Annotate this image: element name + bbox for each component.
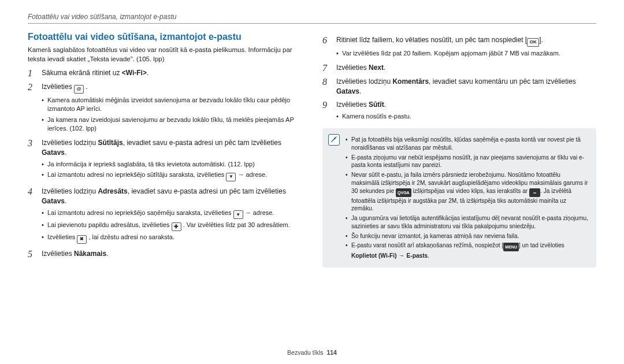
share-rec-icon: ∞ (529, 188, 540, 197)
step-text: Izvēlieties lodziņu Sūtītājs, ievadiet s… (42, 138, 302, 158)
note-item: Nevar sūtīt e-pastu, ja faila izmērs pār… (346, 171, 589, 213)
step-text: Izvēlieties Sūtīt. (336, 100, 596, 110)
numbered-step: 8Izvēlieties lodziņu Komentārs, ievadiet… (322, 77, 596, 96)
step-text: Izvēlieties lodziņu Komentārs, ievadiet … (336, 77, 596, 96)
down-arrow-icon (233, 210, 243, 219)
step-body: Izvēlieties lodziņu Komentārs, ievadiet … (336, 77, 596, 96)
numbered-step: 7Izvēlieties Next. (322, 63, 596, 73)
numbered-step: 4Izvēlieties lodziņu Adresāts, ievadiet … (28, 187, 302, 246)
plus-icon (172, 222, 181, 231)
arrow-right-icon (398, 252, 406, 259)
step-body: Ritiniet līdz failiem, ko vēlaties nosūt… (336, 35, 596, 60)
step-number: 3 (28, 138, 37, 183)
step-sublist-item: Ja informācija ir iepriekš saglabāta, tā… (42, 160, 302, 169)
right-steps: 6Ritiniet līdz failiem, ko vēlaties nosū… (322, 35, 596, 122)
step-sublist: Var izvēlēties līdz pat 20 failiem. Kopē… (336, 49, 596, 58)
document-page: Fotoattēlu vai video sūtīšana, izmantojo… (0, 0, 624, 364)
step-text: Izvēlieties Next. (336, 63, 596, 73)
step-sublist-item: Ja kamera nav izveidojusi savienojumu ar… (42, 116, 302, 133)
step-sublist-item: Var izvēlēties līdz pat 20 failiem. Kopē… (336, 49, 596, 58)
numbered-step: 1Sākuma ekrānā ritiniet uz <Wi-Fi>. (28, 68, 302, 79)
email-app-icon: @ (74, 85, 84, 94)
step-text: Izvēlieties lodziņu Adresāts, ievadiet s… (42, 187, 302, 206)
step-sublist-item: Lai izmantotu adresi no iepriekšējo saņē… (42, 209, 302, 220)
step-number: 1 (28, 68, 37, 79)
menu-icon: MENU (503, 243, 519, 251)
note-item: Ja ugunsmūra vai lietotāja autentifikāci… (346, 214, 589, 231)
step-number: 9 (322, 100, 332, 122)
down-arrow-icon (226, 173, 236, 181)
step-number: 5 (28, 249, 37, 259)
step-sublist: Lai izmantotu adresi no iepriekšējo saņē… (42, 209, 302, 244)
note-icon (328, 134, 340, 146)
step-sublist: Kamera nosūtīs e-pastu. (336, 112, 596, 121)
right-column: 6Ritiniet līdz failiem, ko vēlaties nosū… (322, 32, 596, 268)
step-body: Izvēlieties Next. (336, 63, 596, 73)
intro-paragraph: Kamerā saglabātos fotoattēlus vai video … (28, 46, 302, 64)
running-header: Fotoattēlu vai video sūtīšana, izmantojo… (28, 13, 596, 24)
qvga-icon: QVGA (396, 188, 411, 197)
numbered-step: 2Izvēlieties @ .Kamera automātiski mēģin… (28, 82, 302, 135)
step-body: Izvēlieties lodziņu Adresāts, ievadiet s… (42, 187, 302, 246)
step-body: Izvēlieties Nākamais. (42, 249, 302, 259)
note-item: E-pasta ziņojumu var nebūt iespējams nos… (346, 154, 589, 170)
numbered-step: 9Izvēlieties Sūtīt.Kamera nosūtīs e-past… (322, 100, 596, 122)
numbered-step: 6Ritiniet līdz failiem, ko vēlaties nosū… (322, 35, 596, 60)
svg-point-0 (335, 138, 335, 139)
step-number: 6 (322, 35, 332, 60)
footer-section: Bezvadu tīkls (287, 349, 323, 356)
step-body: Izvēlieties lodziņu Sūtītājs, ievadiet s… (42, 138, 302, 183)
step-number: 7 (322, 63, 332, 73)
left-column: Fotoattēlu vai video sūtīšana, izmantojo… (28, 32, 302, 268)
numbered-step: 5Izvēlieties Nākamais. (28, 249, 302, 259)
step-sublist-item: Lai izmantotu adresi no iepriekšējo sūtī… (42, 170, 302, 181)
numbered-step: 3Izvēlieties lodziņu Sūtītājs, ievadiet … (28, 138, 302, 183)
note-item: Šo funkciju nevar izmantot, ja kameras a… (346, 232, 589, 240)
step-sublist-item: Lai pievienotu papildu adresātus, izvēli… (42, 221, 302, 231)
step-number: 8 (322, 77, 332, 96)
note-item: E-pastu varat nosūtīt arī atskaņošanas r… (346, 242, 589, 260)
ok-button-icon: OK (527, 38, 539, 47)
note-list: Pat ja fotoattēls bija veiksmīgi nosūtīt… (346, 134, 589, 262)
step-text: Izvēlieties Nākamais. (42, 249, 302, 259)
step-sublist: Ja informācija ir iepriekš saglabāta, tā… (42, 160, 302, 181)
step-sublist-item: Kamera nosūtīs e-pastu. (336, 112, 596, 121)
note-item: Pat ja fotoattēls bija veiksmīgi nosūtīt… (346, 136, 589, 152)
step-sublist: Kamera automātiski mēģinās izveidot savi… (42, 96, 302, 133)
section-title: Fotoattēlu vai video sūtīšana, izmantojo… (28, 32, 302, 42)
step-body: Izvēlieties @ .Kamera automātiski mēģinā… (42, 82, 302, 135)
left-steps: 1Sākuma ekrānā ritiniet uz <Wi-Fi>.2Izvē… (28, 68, 302, 259)
page-footer: Bezvadu tīkls 114 (0, 349, 624, 356)
step-sublist-item: Kamera automātiski mēģinās izveidot savi… (42, 96, 302, 114)
step-sublist-item: Izvēlieties , lai dzēstu adresi no sarak… (42, 233, 302, 244)
step-text: Sākuma ekrānā ritiniet uz <Wi-Fi>. (42, 68, 302, 78)
step-text: Ritiniet līdz failiem, ko vēlaties nosūt… (336, 35, 596, 47)
step-body: Izvēlieties Sūtīt.Kamera nosūtīs e-pastu… (336, 100, 596, 122)
step-number: 4 (28, 187, 37, 246)
step-body: Sākuma ekrānā ritiniet uz <Wi-Fi>. (42, 68, 302, 79)
footer-page-number: 114 (326, 349, 337, 356)
step-text: Izvēlieties @ . (42, 82, 302, 94)
arrow-right-icon (245, 209, 253, 216)
cross-icon (77, 235, 87, 244)
note-block: Pat ja fotoattēls bija veiksmīgi nosūtīt… (322, 128, 596, 268)
arrow-right-icon (237, 171, 246, 178)
two-column-layout: Fotoattēlu vai video sūtīšana, izmantojo… (28, 32, 596, 268)
step-number: 2 (28, 82, 37, 135)
